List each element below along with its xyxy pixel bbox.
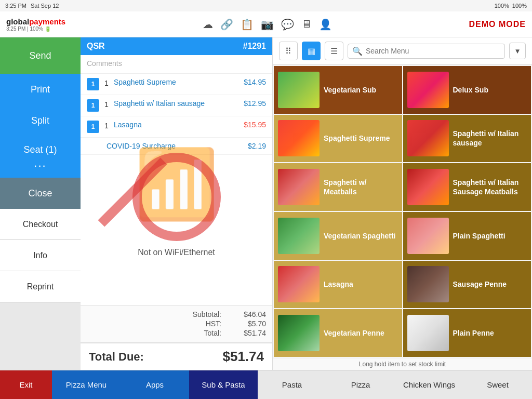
main-content: Send Print Split Seat (1) ... Close Chec…	[0, 37, 532, 370]
hst-label: HST:	[206, 320, 221, 328]
list-item[interactable]: Spaghetti w/ Meatballs	[274, 163, 402, 211]
menu-double-grid-button[interactable]: ▦	[302, 42, 321, 60]
info-button[interactable]: Info	[0, 240, 81, 271]
tab-pizza-menu[interactable]: Pizza Menu	[52, 370, 121, 399]
hst-value: $5.70	[230, 320, 266, 328]
food-image	[407, 120, 449, 156]
total-due-amount: $51.74	[222, 349, 264, 365]
list-icon: ☰	[330, 46, 338, 56]
order-items-list: 1 1 Spaghetti Supreme $14.95 1 1 Spaghet…	[81, 74, 272, 305]
status-battery: 100%	[512, 3, 527, 9]
menu-panel: ⠿ ▦ ☰ 🔍 ▼ Vegetarian Sub	[273, 37, 532, 370]
tab-chicken-wings[interactable]: Chicken Wings	[395, 370, 463, 399]
table-row[interactable]: 1 1 Lasagna $15.95	[81, 116, 272, 138]
subtotal-value: $46.04	[230, 310, 266, 318]
menu-toolbar: ⠿ ▦ ☰ 🔍 ▼	[273, 37, 532, 65]
chat-icon[interactable]: 💬	[281, 18, 294, 31]
subtotal-label: Subtotal:	[193, 310, 221, 318]
menu-grid-view-button[interactable]: ⠿	[279, 42, 298, 60]
food-image	[278, 266, 320, 302]
food-image	[407, 169, 449, 205]
item-qty-btn-3[interactable]: 1	[87, 121, 99, 133]
list-item[interactable]: Plain Penne	[403, 309, 531, 357]
food-image	[407, 266, 449, 302]
list-item[interactable]: Spaghetti w/ Italian Sausage Meatballs	[403, 163, 531, 211]
top-nav: globalpayments 3:25 PM | 100% 🔋 ☁ 🔗 📋 📷 …	[0, 11, 532, 37]
cloud-upload-icon[interactable]: ☁	[203, 18, 213, 31]
order-header: QSR #1291	[81, 37, 272, 55]
menu-list-button[interactable]: ☰	[325, 42, 343, 60]
grid-two-icon: ▦	[308, 46, 315, 56]
order-panel: QSR #1291 Comments 1 1 Spaghetti Supreme…	[81, 37, 273, 370]
split-button[interactable]: Split	[0, 105, 81, 136]
tab-pizza[interactable]: Pizza	[326, 370, 395, 399]
list-item[interactable]: Lasagna	[274, 261, 402, 309]
status-date: Sat Sep 12	[31, 3, 59, 9]
status-hint: Long hold item to set stock limit	[273, 358, 532, 370]
status-bar: 3:25 PM Sat Sep 12 100% 100%	[0, 0, 532, 11]
food-image	[407, 218, 449, 254]
order-comments[interactable]: Comments	[81, 55, 272, 74]
seat-label: Seat (1)	[23, 144, 57, 155]
list-item[interactable]: Vegetarian Penne	[274, 309, 402, 357]
tab-exit[interactable]: Exit	[0, 370, 52, 399]
list-item[interactable]: Delux Sub	[403, 66, 531, 114]
list-item[interactable]: Spaghetti w/ Italian sausage	[403, 115, 531, 163]
order-number: #1291	[243, 42, 267, 51]
demo-mode-label: DEMO MODE	[469, 20, 526, 29]
list-item[interactable]: Plain Spaghetti	[403, 212, 531, 260]
food-image	[278, 218, 320, 254]
tab-apps[interactable]: Apps	[121, 370, 189, 399]
table-row: COVID-19 Surcharge $2.19	[81, 138, 272, 155]
table-row[interactable]: 1 1 Spaghetti Supreme $14.95	[81, 74, 272, 95]
seat-button[interactable]: Seat (1) ...	[0, 136, 81, 178]
food-image	[407, 315, 449, 351]
brand-logo: globalpayments 3:25 PM | 100% 🔋	[6, 17, 65, 32]
list-item[interactable]: Spaghetti Supreme	[274, 115, 402, 163]
status-signal: 100%	[495, 3, 509, 9]
seat-dots: ...	[34, 156, 46, 170]
item-qty-btn-1[interactable]: 1	[87, 78, 99, 90]
table-row[interactable]: 1 1 Spaghetti w/ Italian sausage $12.95	[81, 95, 272, 116]
list-item[interactable]: Sausage Penne	[403, 261, 531, 309]
network-icon[interactable]: 🔗	[220, 18, 233, 31]
total-value: $51.74	[230, 329, 266, 337]
tablet-icon[interactable]: 📋	[241, 18, 254, 31]
grid-dots-icon: ⠿	[285, 46, 291, 56]
total-label: Total:	[204, 329, 221, 337]
item-qty-btn-2[interactable]: 1	[87, 99, 99, 112]
status-time: 3:25 PM	[5, 3, 26, 9]
list-item[interactable]: Vegetarian Sub	[274, 66, 402, 114]
food-image	[278, 72, 320, 108]
order-totals: Subtotal: $46.04 HST: $5.70 Total: $51.7…	[81, 305, 272, 342]
display-icon[interactable]: 🖥	[301, 18, 312, 30]
tab-pasta[interactable]: Pasta	[258, 370, 326, 399]
checkout-button[interactable]: Checkout	[0, 209, 81, 240]
chevron-down-icon: ▼	[514, 47, 521, 55]
total-due-label: Total Due:	[89, 350, 144, 364]
send-button[interactable]: Send	[0, 37, 81, 74]
reprint-button[interactable]: Reprint	[0, 271, 81, 302]
menu-filter-down-button[interactable]: ▼	[509, 43, 526, 59]
food-image	[278, 315, 320, 351]
order-total-due: Total Due: $51.74	[81, 342, 272, 370]
brand-sub: 3:25 PM | 100% 🔋	[6, 26, 65, 32]
food-image	[278, 169, 320, 205]
order-restaurant: QSR	[87, 42, 105, 51]
left-sidebar: Send Print Split Seat (1) ... Close Chec…	[0, 37, 81, 370]
food-image	[278, 120, 320, 156]
menu-search-bar[interactable]: 🔍	[348, 44, 505, 59]
scan-icon[interactable]: 📷	[261, 18, 274, 31]
tab-sub-pasta[interactable]: Sub & Pasta	[189, 370, 258, 399]
nav-icons: ☁ 🔗 📋 📷 💬 🖥 👤	[203, 18, 332, 31]
list-item[interactable]: Vegetarian Spaghetti	[274, 212, 402, 260]
bottom-tab-bar: Exit Pizza Menu Apps Sub & Pasta Pasta P…	[0, 370, 532, 399]
search-icon: 🔍	[352, 46, 363, 56]
menu-grid: Vegetarian Sub Delux Sub Spaghetti Supre…	[273, 65, 532, 358]
user-icon[interactable]: 👤	[319, 18, 332, 31]
food-image	[407, 72, 449, 108]
close-button[interactable]: Close	[0, 178, 81, 209]
search-input[interactable]	[366, 47, 500, 55]
tab-sweet[interactable]: Sweet	[463, 370, 532, 399]
print-button[interactable]: Print	[0, 74, 81, 105]
